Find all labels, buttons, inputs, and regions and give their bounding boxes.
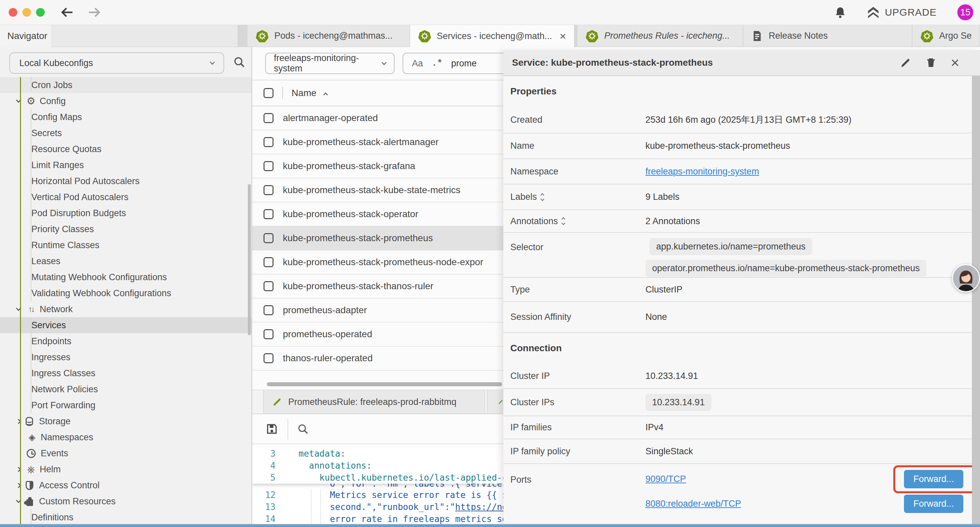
sidebar-item-definitions[interactable]: Definitions <box>0 509 251 525</box>
sidebar-group-storage[interactable]: Storage <box>0 413 251 429</box>
navigator-panel-tab[interactable]: Navigator <box>0 25 51 47</box>
service-row[interactable]: kube-prometheus-stack-prometheus-node-ex… <box>252 250 503 274</box>
editor-search-icon[interactable] <box>297 423 309 435</box>
port-link[interactable]: 8080:reloader-web/TCP <box>646 498 741 509</box>
row-checkbox[interactable] <box>264 305 274 315</box>
sidebar-item-events[interactable]: Events <box>0 445 251 461</box>
sidebar-scrollbar[interactable] <box>248 184 251 335</box>
sidebar-item-priority-classes[interactable]: Priority Classes <box>0 221 251 237</box>
service-row[interactable]: prometheus-adapter <box>252 299 503 323</box>
chevron-down-icon <box>210 59 215 65</box>
close-window-button[interactable] <box>9 8 18 17</box>
service-row[interactable]: thanos-ruler-operated <box>252 347 503 371</box>
service-row[interactable]: kube-prometheus-stack-operator <box>252 202 503 226</box>
service-row[interactable]: kube-prometheus-stack-kube-state-metrics <box>252 178 503 202</box>
annotations-row[interactable]: Annotations 2 Annotations <box>503 210 972 233</box>
row-checkbox[interactable] <box>264 281 274 291</box>
row-checkbox[interactable] <box>264 329 274 339</box>
sidebar-item-services[interactable]: Services <box>0 317 251 333</box>
expand-collapse-icon[interactable] <box>541 194 544 201</box>
sidebar-group-config[interactable]: Config <box>0 93 251 109</box>
sidebar-item-config-maps[interactable]: Config Maps <box>0 109 251 125</box>
editor-tab-label: PrometheusRule: freeleaps-prod-rabbitmq <box>288 397 456 407</box>
sidebar-item-endpoints[interactable]: Endpoints <box>0 333 251 349</box>
sidebar-item-runtime-classes[interactable]: Runtime Classes <box>0 237 251 253</box>
sidebar-item-mutating-webhook-configurations[interactable]: Mutating Webhook Configurations <box>0 269 251 285</box>
tab-services[interactable]: Services - icecheng@math... × <box>410 25 574 47</box>
editor-tab-secondary[interactable] <box>487 390 503 414</box>
namespace-filter-dropdown[interactable]: freeleaps-monitoring-system <box>265 53 395 74</box>
sidebar-group-helm[interactable]: Helm <box>0 461 251 477</box>
sidebar-item-cron-jobs[interactable]: Cron Jobs <box>0 77 251 93</box>
sidebar-group-network[interactable]: Network <box>0 301 251 317</box>
regex-toggle[interactable]: .* <box>432 58 442 68</box>
sidebar-item-ingress-classes[interactable]: Ingress Classes <box>0 365 251 381</box>
row-checkbox[interactable] <box>264 185 274 195</box>
sidebar-item-vertical-pod-autoscalers[interactable]: Vertical Pod Autoscalers <box>0 189 251 205</box>
kubeconfig-selector[interactable]: Local Kubeconfigs <box>10 53 224 74</box>
upgrade-button[interactable]: UPGRADE <box>866 6 937 19</box>
search-input[interactable]: Aa .* prome <box>402 53 503 74</box>
row-checkbox[interactable] <box>264 353 274 363</box>
name-column-header[interactable]: Name <box>291 88 317 99</box>
sort-ascending-icon[interactable] <box>323 92 328 97</box>
service-row[interactable]: kube-prometheus-stack-thanos-ruler <box>252 274 503 299</box>
port-link[interactable]: 9090/TCP <box>646 474 686 484</box>
close-panel-icon[interactable]: × <box>951 56 959 70</box>
service-row[interactable]: prometheus-operated <box>252 323 503 347</box>
sidebar-item-pod-disruption-budgets[interactable]: Pod Disruption Budgets <box>0 205 251 221</box>
expand-collapse-icon[interactable] <box>562 218 565 224</box>
sidebar-item-resource-quotas[interactable]: Resource Quotas <box>0 141 251 157</box>
service-name: kube-prometheus-stack-prometheus <box>283 233 433 244</box>
sidebar-item-ingresses[interactable]: Ingresses <box>0 349 251 365</box>
tab-argo[interactable]: Argo Se <box>912 25 980 47</box>
forward-button[interactable]: Forward... <box>904 495 963 513</box>
row-checkbox[interactable] <box>264 257 274 267</box>
forward-button[interactable]: Forward... <box>904 470 963 488</box>
maximize-window-button[interactable] <box>36 8 45 17</box>
close-tab-icon[interactable]: × <box>560 30 566 43</box>
minimize-window-button[interactable] <box>22 8 31 17</box>
service-row[interactable]: kube-prometheus-stack-grafana <box>252 154 503 178</box>
yaml-editor[interactable]: 3metadata: 4 annotations: 5 kubectl.kube… <box>252 444 503 527</box>
tab-bar: Navigator Pods - icecheng@mathmas... <box>0 25 980 47</box>
sidebar-item-port-forwarding[interactable]: Port Forwarding <box>0 397 251 413</box>
sidebar-item-horizontal-pod-autoscalers[interactable]: Horizontal Pod Autoscalers <box>0 173 251 189</box>
detail-scrollbar[interactable] <box>972 76 980 527</box>
service-row[interactable]: alertmanager-operated <box>252 107 503 131</box>
delete-icon[interactable] <box>925 57 937 68</box>
tab-pods[interactable]: Pods - icecheng@mathmas... <box>248 25 410 47</box>
notifications-bell-icon[interactable] <box>834 6 847 19</box>
row-checkbox[interactable] <box>264 113 274 123</box>
row-checkbox[interactable] <box>264 209 274 219</box>
tab-prometheus-rules[interactable]: Prometheus Rules - icecheng... <box>578 25 743 47</box>
namespace-link[interactable]: freeleaps-monitoring-system <box>646 166 759 177</box>
sidebar-group-access-control[interactable]: Access Control <box>0 477 251 493</box>
tab-release-notes[interactable]: Release Notes <box>743 25 912 47</box>
match-case-toggle[interactable]: Aa <box>412 58 423 69</box>
sidebar-item-validating-webhook-configurations[interactable]: Validating Webhook Configurations <box>0 285 251 301</box>
sidebar-item-leases[interactable]: Leases <box>0 253 251 269</box>
save-icon[interactable] <box>266 423 278 435</box>
notification-count-badge[interactable]: 15 <box>957 4 973 20</box>
sidebar-item-secrets[interactable]: Secrets <box>0 125 251 141</box>
labels-row[interactable]: Labels 9 Labels <box>503 185 972 210</box>
sidebar-item-network-policies[interactable]: Network Policies <box>0 381 251 397</box>
row-checkbox[interactable] <box>264 161 274 171</box>
code-link[interactable]: https://net <box>455 502 503 512</box>
sidebar-item-namespaces[interactable]: Namespaces <box>0 429 251 445</box>
sidebar-search-icon[interactable] <box>233 56 245 68</box>
sidebar-group-custom-resources[interactable]: Custom Resources <box>0 493 251 509</box>
sidebar-item-limit-ranges[interactable]: Limit Ranges <box>0 157 251 173</box>
back-button[interactable] <box>59 5 75 20</box>
select-all-checkbox[interactable] <box>264 88 274 98</box>
edit-icon[interactable] <box>900 57 911 68</box>
user-avatar[interactable] <box>952 264 980 292</box>
row-checkbox[interactable] <box>264 137 274 147</box>
row-checkbox[interactable] <box>264 233 274 243</box>
service-row[interactable]: kube-prometheus-stack-prometheus <box>252 226 503 250</box>
prometheusrule-editor-tab[interactable]: PrometheusRule: freeleaps-prod-rabbitmq <box>263 390 485 414</box>
service-row[interactable]: kube-prometheus-stack-alertmanager <box>252 131 503 154</box>
forward-button[interactable] <box>87 5 102 20</box>
horizontal-scrollbar[interactable] <box>267 382 502 386</box>
